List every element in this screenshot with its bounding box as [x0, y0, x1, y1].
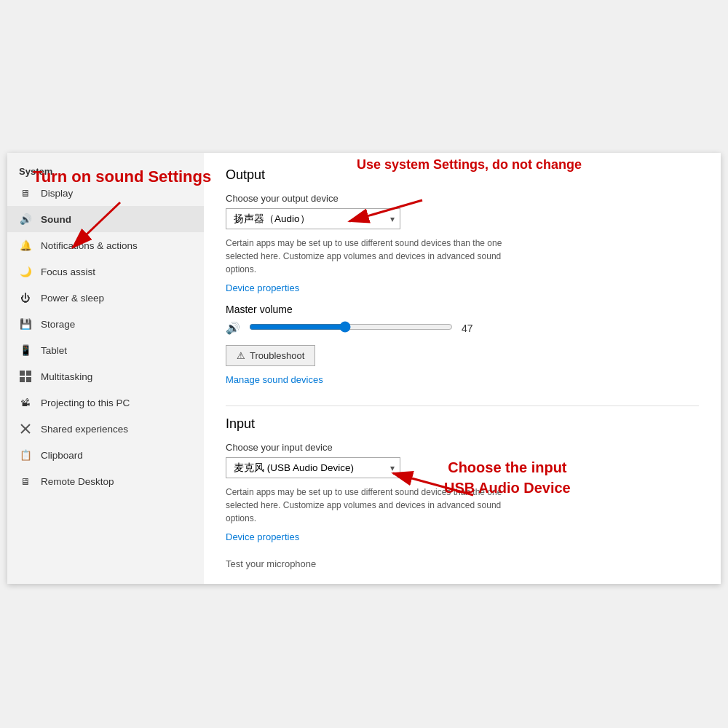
- multitasking-icon: [19, 370, 32, 383]
- sidebar-item-clipboard[interactable]: 📋 Clipboard: [7, 442, 204, 468]
- test-microphone-text: Test your microphone: [226, 558, 699, 569]
- input-device-label: Choose your input device: [226, 442, 699, 453]
- clipboard-icon: 📋: [19, 448, 32, 462]
- volume-value: 47: [462, 323, 483, 334]
- notifications-icon: 🔔: [19, 239, 32, 252]
- sidebar-item-projecting[interactable]: 📽 Projecting to this PC: [7, 389, 204, 416]
- sidebar-item-multitasking[interactable]: Multitasking: [7, 363, 204, 389]
- svg-rect-3: [26, 377, 31, 382]
- sidebar-label-notifications: Notifications & actions: [41, 240, 138, 251]
- sidebar-label-remote: Remote Desktop: [41, 476, 114, 487]
- sound-icon: 🔊: [19, 213, 32, 226]
- section-divider: [226, 405, 699, 406]
- shared-icon: [19, 422, 32, 435]
- master-volume-label: Master volume: [226, 304, 699, 315]
- troubleshoot-warning-icon: ⚠: [237, 350, 245, 361]
- sidebar-label-storage: Storage: [41, 319, 75, 330]
- sidebar-item-storage[interactable]: 💾 Storage: [7, 311, 204, 337]
- volume-slider-wrapper: [249, 321, 453, 335]
- troubleshoot-button[interactable]: ⚠ Troubleshoot: [226, 345, 315, 366]
- sidebar-label-clipboard: Clipboard: [41, 450, 83, 461]
- volume-icon: 🔊: [226, 321, 240, 335]
- sidebar-item-shared[interactable]: Shared experiences: [7, 416, 204, 442]
- power-icon: ⏻: [19, 291, 32, 304]
- sidebar-label-focus: Focus assist: [41, 266, 95, 277]
- sidebar-item-display[interactable]: 🖥 Display: [7, 180, 204, 206]
- svg-rect-1: [26, 371, 31, 376]
- tablet-icon: 📱: [19, 344, 32, 357]
- sidebar-label-projecting: Projecting to this PC: [41, 397, 130, 408]
- projecting-icon: 📽: [19, 396, 32, 409]
- display-icon: 🖥: [19, 186, 32, 199]
- svg-rect-2: [20, 377, 25, 382]
- sidebar-item-power[interactable]: ⏻ Power & sleep: [7, 285, 204, 311]
- focus-icon: 🌙: [19, 265, 32, 278]
- output-device-label: Choose your output device: [226, 193, 699, 204]
- input-section-title: Input: [226, 416, 699, 432]
- manage-sound-devices-link[interactable]: Manage sound devices: [226, 374, 323, 385]
- input-device-wrapper: 麦克风 (USB Audio Device) ▾: [226, 457, 400, 478]
- sidebar-system-title: System: [7, 160, 204, 180]
- volume-slider[interactable]: [249, 321, 453, 333]
- sidebar-label-shared: Shared experiences: [41, 424, 128, 435]
- output-device-wrapper: 扬声器（Audio） ▾: [226, 208, 400, 229]
- output-device-properties-link[interactable]: Device properties: [226, 282, 299, 293]
- sidebar: System 🖥 Display 🔊 Sound 🔔 Notifications…: [7, 153, 204, 584]
- sidebar-item-sound[interactable]: 🔊 Sound: [7, 206, 204, 232]
- sidebar-label-tablet: Tablet: [41, 345, 67, 356]
- sidebar-label-power: Power & sleep: [41, 293, 104, 304]
- sidebar-label-sound: Sound: [41, 214, 71, 225]
- output-device-dropdown[interactable]: 扬声器（Audio）: [226, 208, 400, 229]
- input-device-properties-link[interactable]: Device properties: [226, 531, 299, 542]
- volume-row: 🔊 47: [226, 321, 699, 335]
- sidebar-item-focus[interactable]: 🌙 Focus assist: [7, 258, 204, 285]
- sidebar-label-multitasking: Multitasking: [41, 371, 92, 382]
- sidebar-item-tablet[interactable]: 📱 Tablet: [7, 337, 204, 363]
- remote-icon: 🖥: [19, 475, 32, 488]
- output-hint: Certain apps may be set up to use differ…: [226, 237, 531, 276]
- troubleshoot-label: Troubleshoot: [250, 350, 304, 361]
- sidebar-label-display: Display: [41, 188, 73, 199]
- input-device-dropdown[interactable]: 麦克风 (USB Audio Device): [226, 457, 400, 478]
- svg-rect-0: [20, 371, 25, 376]
- input-hint: Certain apps may be set up to use differ…: [226, 486, 531, 525]
- output-section-title: Output: [226, 167, 699, 183]
- sidebar-item-remote[interactable]: 🖥 Remote Desktop: [7, 468, 204, 494]
- sidebar-item-notifications[interactable]: 🔔 Notifications & actions: [7, 232, 204, 258]
- main-content: Output Choose your output device 扬声器（Aud…: [204, 153, 721, 584]
- storage-icon: 💾: [19, 317, 32, 331]
